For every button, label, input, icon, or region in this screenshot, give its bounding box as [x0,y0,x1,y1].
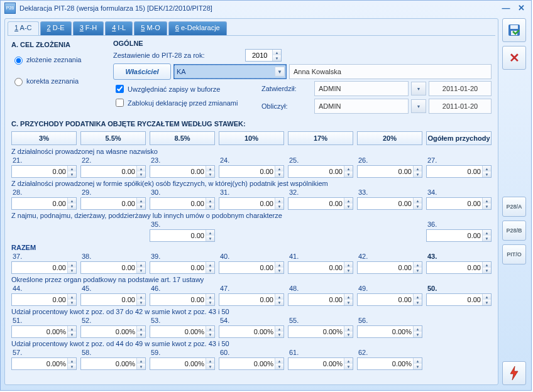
computed-date[interactable]: 2011-01-20 [429,99,492,114]
cell-input-0-3[interactable]: 0.00▲▼ [219,165,284,178]
cell-input-2-2[interactable]: 0.00▲▼ [150,229,215,242]
buffer-checkbox[interactable]: Uwzględniać zapisy w buforze [113,83,261,95]
cell-input-1-6[interactable]: 0.00▲▼ [426,197,492,210]
spinner-icon[interactable]: ▲▼ [275,262,283,273]
spinner-icon[interactable]: ▲▼ [136,326,145,337]
spinner-icon[interactable]: ▲▼ [482,198,491,209]
spinner-icon[interactable]: ▲▼ [67,166,76,177]
cell-input-0-2[interactable]: 0.00▲▼ [150,165,215,178]
spinner-icon[interactable]: ▲▼ [413,166,422,177]
cell-input-3-5[interactable]: 0.00▲▼ [357,261,422,274]
spinner-icon[interactable]: ▲▼ [275,326,283,337]
cell-input-0-5[interactable]: 0.00▲▼ [357,165,422,178]
cell-input-0-6[interactable]: 0.00▲▼ [426,165,492,178]
spinner-icon[interactable]: ▲▼ [482,262,491,273]
spinner-icon[interactable]: ▲▼ [206,262,214,273]
spinner-icon[interactable]: ▲▼ [136,166,145,177]
cell-input-4-6[interactable]: 0.00▲▼ [426,293,492,306]
cell-input-3-2[interactable]: 0.00▲▼ [150,261,215,274]
computed-date-picker-icon[interactable]: ▼ [411,99,426,113]
cell-input-5-4[interactable]: 0.00%▲▼ [288,325,353,338]
cell-input-6-5[interactable]: 0.00%▲▼ [357,357,422,370]
tab-0[interactable]: 1 A-C [8,21,39,35]
year-input[interactable]: 2010 ▲▼ [245,49,282,62]
cell-input-4-5[interactable]: 0.00▲▼ [357,293,422,306]
cell-input-3-3[interactable]: 0.00▲▼ [219,261,284,274]
cell-input-1-4[interactable]: 0.00▲▼ [288,197,353,210]
cell-input-1-5[interactable]: 0.00▲▼ [357,197,422,210]
p28a-button[interactable]: P28/A [502,197,526,217]
close-button[interactable]: ✕ [515,3,527,13]
cell-input-6-2[interactable]: 0.00%▲▼ [150,357,215,370]
radio-submit-input[interactable] [14,57,23,65]
spinner-icon[interactable]: ▲▼ [482,166,491,177]
cell-input-5-3[interactable]: 0.00%▲▼ [219,325,284,338]
cell-input-6-1[interactable]: 0.00%▲▼ [80,357,146,370]
cell-input-3-4[interactable]: 0.00▲▼ [288,261,353,274]
owner-button[interactable]: Właściciel [113,63,171,80]
spinner-icon[interactable]: ▲▼ [344,294,353,305]
spinner-icon[interactable]: ▲▼ [275,358,283,369]
spinner-icon[interactable]: ▲▼ [482,294,491,305]
cell-input-0-0[interactable]: 0.00▲▼ [11,165,77,178]
spinner-icon[interactable]: ▲▼ [206,326,214,337]
cell-input-4-3[interactable]: 0.00▲▼ [219,293,284,306]
spinner-icon[interactable]: ▲▼ [206,230,214,241]
cell-input-6-3[interactable]: 0.00%▲▼ [219,357,284,370]
spinner-icon[interactable]: ▲▼ [413,262,422,273]
cell-input-0-4[interactable]: 0.00▲▼ [288,165,353,178]
spinner-icon[interactable]: ▲▼ [344,262,353,273]
cell-input-6-4[interactable]: 0.00%▲▼ [288,357,353,370]
tab-1[interactable]: 2 D-E [40,21,72,35]
cell-input-4-1[interactable]: 0.00▲▼ [80,293,146,306]
recalculate-button[interactable] [502,361,526,385]
cell-input-5-5[interactable]: 0.00%▲▼ [357,325,422,338]
tab-5[interactable]: 6 e-Deklaracje [168,21,227,35]
spinner-icon[interactable]: ▲▼ [275,294,283,305]
cell-input-5-1[interactable]: 0.00%▲▼ [80,325,146,338]
cell-input-3-6[interactable]: 0.00▲▼ [426,261,492,274]
minimize-button[interactable]: — [500,3,512,13]
spinner-icon[interactable]: ▲▼ [275,166,283,177]
radio-submit[interactable]: złożenie zeznania [11,55,113,65]
lock-checkbox[interactable]: Zablokuj deklarację przed zmianami [113,97,261,109]
owner-code-combo[interactable]: KA ▼ [173,64,287,79]
tab-2[interactable]: 3 F-H [73,21,104,35]
radio-correction-input[interactable] [14,78,23,86]
cell-input-6-0[interactable]: 0.00%▲▼ [11,357,77,370]
cell-input-5-0[interactable]: 0.00%▲▼ [11,325,77,338]
cell-input-1-0[interactable]: 0.00▲▼ [11,197,77,210]
spinner-icon[interactable]: ▲▼ [136,198,145,209]
spinner-icon[interactable]: ▲▼ [67,262,76,273]
spinner-icon[interactable]: ▲▼ [67,358,76,369]
spinner-icon[interactable]: ▲▼ [344,358,353,369]
spinner-icon[interactable]: ▲▼ [67,198,76,209]
cell-input-3-1[interactable]: 0.00▲▼ [80,261,146,274]
spinner-icon[interactable]: ▲▼ [413,294,422,305]
spinner-icon[interactable]: ▲▼ [136,262,145,273]
cell-input-5-2[interactable]: 0.00%▲▼ [150,325,215,338]
cell-input-1-2[interactable]: 0.00▲▼ [150,197,215,210]
buffer-checkbox-input[interactable] [116,85,124,93]
spinner-icon[interactable]: ▲▼ [413,358,422,369]
approved-date-picker-icon[interactable]: ▼ [411,82,426,95]
spinner-icon[interactable]: ▲▼ [344,198,353,209]
spinner-icon[interactable]: ▲▼ [206,294,214,305]
tab-4[interactable]: 5 M-O [134,21,167,35]
spinner-icon[interactable]: ▲▼ [206,198,214,209]
chevron-down-icon[interactable]: ▼ [275,67,285,77]
cell-input-0-1[interactable]: 0.00▲▼ [80,165,146,178]
spinner-icon[interactable]: ▲▼ [344,326,353,337]
tab-3[interactable]: 4 I-L [105,21,133,35]
cell-input-2-6[interactable]: 0.00▲▼ [426,229,492,242]
spinner-icon[interactable]: ▲▼ [136,358,145,369]
pito-button[interactable]: PIT/O [502,244,526,264]
spinner-icon[interactable]: ▲▼ [206,358,214,369]
spinner-icon[interactable]: ▲▼ [482,230,491,241]
cell-input-3-0[interactable]: 0.00▲▼ [11,261,77,274]
radio-correction[interactable]: korekta zeznania [11,76,113,86]
spinner-icon[interactable]: ▲▼ [67,326,76,337]
cell-input-4-0[interactable]: 0.00▲▼ [11,293,77,306]
spinner-icon[interactable]: ▲▼ [206,166,214,177]
cell-input-1-3[interactable]: 0.00▲▼ [219,197,284,210]
